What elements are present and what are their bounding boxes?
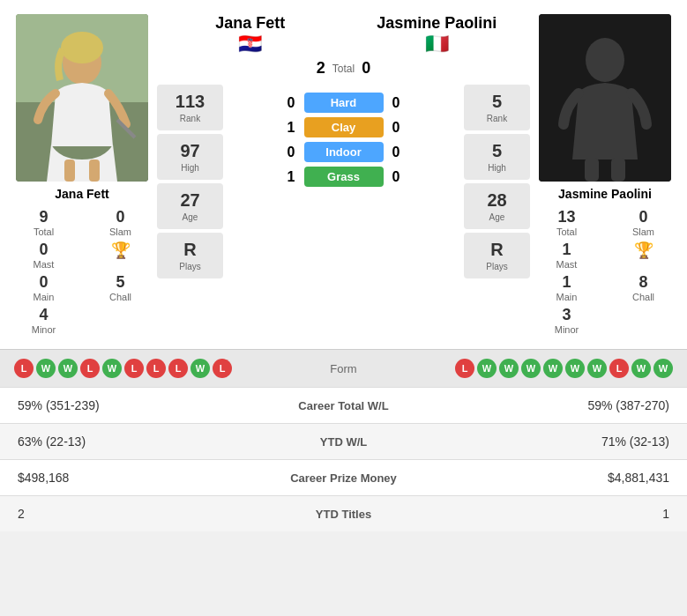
right-main-value: 1: [562, 273, 571, 292]
right-high-block: 5 High: [464, 134, 530, 180]
surface-row-0: 0 Hard 0: [230, 93, 457, 113]
left-total-cell: 9 Total: [7, 208, 80, 237]
left-flag: 🇭🇷: [157, 33, 344, 56]
svg-point-8: [586, 38, 624, 82]
top-section: Jana Fett 9 Total 0 Slam 0 Mast 🏆: [0, 0, 687, 349]
surface-left-count-0: 0: [273, 95, 295, 111]
form-badge-right-form-badges-5: W: [565, 359, 585, 378]
left-high-val: 97: [168, 141, 213, 161]
left-mast-value: 0: [39, 241, 48, 259]
right-flag: 🇮🇹: [344, 33, 531, 56]
left-total-count: 2: [317, 59, 325, 78]
form-badge-right-form-badges-4: W: [543, 359, 563, 378]
right-slam-cell: 0 Slam: [607, 208, 680, 237]
form-badge-right-form-badges-1: W: [477, 359, 497, 378]
stats-right-val-1: 71% (32-13): [493, 434, 669, 449]
stats-left-val-2: $498,168: [18, 471, 194, 485]
right-form-badges: LWWWWWWLWW: [455, 359, 673, 378]
right-rank-lbl: Rank: [474, 114, 519, 123]
form-badge-left-form-badges-3: L: [80, 359, 100, 378]
surface-badge-1: Clay: [304, 117, 384, 137]
stats-left-val-0: 59% (351-239): [18, 398, 194, 412]
surface-row-1: 1 Clay 0: [230, 117, 457, 137]
right-total-value: 13: [557, 208, 575, 226]
right-main-label: Main: [556, 292, 578, 302]
surface-badge-2: Indoor: [304, 142, 384, 162]
left-age-val: 27: [168, 190, 213, 211]
form-label: Form: [309, 362, 379, 375]
form-badge-left-form-badges-7: L: [168, 359, 188, 378]
left-player-card: Jana Fett 9 Total 0 Slam 0 Mast 🏆: [7, 14, 157, 335]
stats-left-val-3: 2: [18, 507, 194, 521]
right-player-name: Jasmine Paolini: [558, 187, 652, 201]
right-rank-val: 5: [474, 92, 519, 112]
left-main-label: Main: [34, 292, 55, 302]
right-total-label: Total: [556, 226, 577, 237]
left-minor-cell: 4 Minor: [7, 306, 80, 335]
surface-row-2: 0 Indoor 0: [230, 142, 457, 162]
left-player-svg: [16, 14, 148, 182]
surface-left-count-3: 1: [273, 169, 295, 185]
left-chall-value: 5: [116, 273, 124, 292]
right-age-block: 28 Age: [464, 183, 530, 229]
right-plays-lbl: Plays: [474, 262, 519, 271]
form-badge-left-form-badges-0: L: [14, 359, 34, 378]
form-badge-right-form-badges-2: W: [499, 359, 519, 378]
left-age-lbl: Age: [168, 212, 213, 222]
stats-right-val-3: 1: [493, 507, 669, 521]
stats-right-val-0: 59% (387-270): [493, 398, 669, 412]
left-main-value: 0: [39, 273, 48, 292]
right-player-photo: [539, 14, 671, 182]
form-badge-left-form-badges-8: W: [190, 359, 210, 378]
right-plays-block: R Plays: [464, 233, 530, 278]
right-player-svg: [539, 14, 671, 182]
right-player-stats: 13 Total 0 Slam 1 Mast 🏆 1 Main: [530, 208, 680, 335]
stats-row-1: 63% (22-13) YTD W/L 71% (32-13): [0, 423, 687, 459]
left-high-lbl: High: [168, 163, 213, 173]
form-badge-left-form-badges-9: L: [213, 359, 232, 378]
left-trophy-icon: 🏆: [111, 241, 131, 260]
surface-right-count-1: 0: [392, 120, 414, 136]
form-badge-right-form-badges-6: W: [587, 359, 607, 378]
right-high-val: 5: [474, 141, 519, 161]
left-rank-block: 113 Rank: [157, 85, 223, 130]
right-chall-label: Chall: [632, 292, 654, 302]
form-badge-left-form-badges-2: W: [58, 359, 78, 378]
svg-rect-10: [611, 158, 625, 182]
total-label: Total: [332, 63, 355, 75]
surface-right-count-0: 0: [392, 95, 414, 111]
left-chall-label: Chall: [109, 292, 131, 302]
stats-row-2: $498,168 Career Prize Money $4,881,431: [0, 459, 687, 495]
svg-rect-9: [585, 158, 599, 182]
right-age-val: 28: [474, 190, 519, 211]
left-rank-val: 113: [168, 92, 213, 112]
left-plays-val: R: [168, 240, 213, 260]
right-slam-label: Slam: [632, 226, 654, 237]
form-badge-right-form-badges-3: W: [521, 359, 541, 378]
left-player-stats: 9 Total 0 Slam 0 Mast 🏆 0 Main: [7, 208, 157, 335]
left-mast-label: Mast: [34, 259, 55, 270]
stats-table: 59% (351-239) Career Total W/L 59% (387-…: [0, 387, 687, 531]
right-player-card: Jasmine Paolini 13 Total 0 Slam 1 Mast 🏆: [530, 14, 680, 335]
right-chall-cell: 8 Chall: [607, 273, 680, 302]
right-minor-cell: 3 Minor: [530, 306, 603, 335]
stats-left-val-1: 63% (22-13): [18, 434, 194, 449]
left-form-badges: LWWLWLLLWL: [14, 359, 232, 378]
left-age-block: 27 Age: [157, 183, 223, 229]
left-chall-cell: 5 Chall: [84, 273, 157, 302]
right-total-cell: 13 Total: [530, 208, 603, 237]
form-badge-right-form-badges-8: W: [631, 359, 651, 378]
right-mast-cell: 1 Mast: [530, 241, 603, 270]
form-badge-left-form-badges-5: L: [124, 359, 144, 378]
left-plays-lbl: Plays: [168, 262, 213, 271]
right-trophy-icon: 🏆: [634, 241, 653, 260]
right-mast-value: 1: [562, 241, 571, 259]
surface-left-count-2: 0: [273, 145, 295, 160]
surface-badge-3: Grass: [304, 167, 384, 187]
right-age-lbl: Age: [474, 212, 519, 222]
right-total-count: 0: [362, 59, 370, 78]
right-trophy-cell: 🏆: [607, 241, 680, 270]
left-player-name-center: Jana Fett: [157, 14, 344, 33]
left-player-name: Jana Fett: [55, 187, 108, 201]
form-badge-right-form-badges-9: W: [653, 359, 673, 378]
